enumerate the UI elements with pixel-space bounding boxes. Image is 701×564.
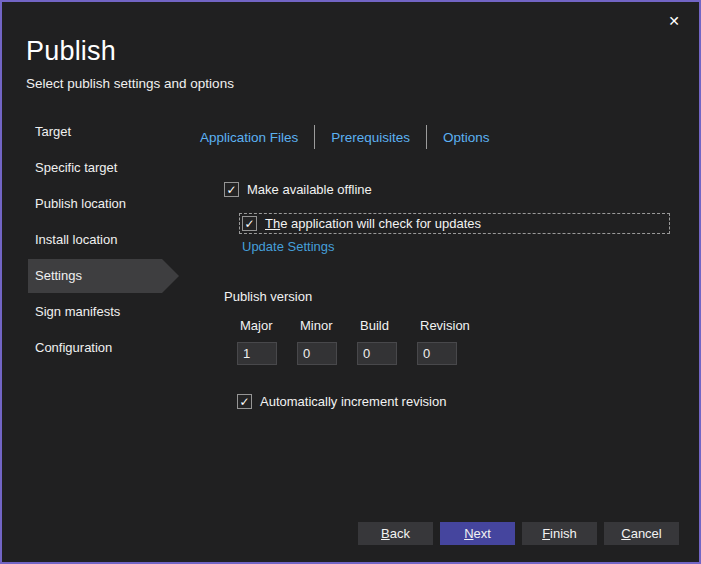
build-header: Build	[357, 318, 417, 333]
version-column-minor: Minor	[297, 318, 357, 365]
sidebar-item-sign-manifests[interactable]: Sign manifests	[2, 294, 192, 330]
make-available-offline-checkbox[interactable]: ✓	[224, 182, 239, 197]
back-button[interactable]: Back	[358, 522, 433, 545]
next-button[interactable]: Next	[440, 522, 515, 545]
minor-header: Minor	[297, 318, 357, 333]
check-for-updates-row[interactable]: ✓ The application will check for updates	[239, 213, 670, 234]
build-input[interactable]	[357, 342, 397, 365]
update-settings-link[interactable]: Update Settings	[242, 239, 335, 254]
auto-increment-row[interactable]: ✓ Automatically increment revision	[237, 394, 446, 409]
page-title: Publish	[26, 36, 116, 67]
make-available-offline-row[interactable]: ✓ Make available offline	[224, 182, 372, 197]
close-button[interactable]: ✕	[663, 10, 685, 32]
publish-version-label: Publish version	[224, 289, 312, 304]
sidebar-item-install-location[interactable]: Install location	[2, 222, 192, 258]
sidebar-item-configuration[interactable]: Configuration	[2, 330, 192, 366]
version-column-build: Build	[357, 318, 417, 365]
tab-application-files[interactable]: Application Files	[198, 130, 300, 145]
minor-input[interactable]	[297, 342, 337, 365]
sidebar-item-label: Target	[35, 124, 71, 139]
settings-tabs: Application Files Prerequisites Options	[198, 124, 681, 150]
sidebar-item-label: Publish location	[35, 196, 126, 211]
sidebar-item-settings[interactable]: Settings	[2, 259, 192, 293]
close-icon: ✕	[668, 13, 680, 29]
auto-increment-label: Automatically increment revision	[260, 394, 446, 409]
cancel-button[interactable]: Cancel	[604, 522, 679, 545]
wizard-footer: Back Next Finish Cancel	[358, 522, 679, 545]
major-input[interactable]	[237, 342, 277, 365]
sidebar-item-label: Specific target	[35, 160, 117, 175]
major-header: Major	[237, 318, 297, 333]
sidebar-item-publish-location[interactable]: Publish location	[2, 186, 192, 222]
page-subtitle: Select publish settings and options	[26, 76, 234, 91]
make-available-offline-label: Make available offline	[247, 182, 372, 197]
sidebar-item-specific-target[interactable]: Specific target	[2, 150, 192, 186]
check-for-updates-checkbox[interactable]: ✓	[242, 216, 257, 231]
wizard-sidebar: Target Specific target Publish location …	[2, 114, 192, 366]
tab-prerequisites[interactable]: Prerequisites	[329, 130, 412, 145]
publish-version-grid: Major Minor Build Revision	[237, 318, 477, 365]
tab-separator	[314, 125, 315, 149]
revision-input[interactable]	[417, 342, 457, 365]
version-column-major: Major	[237, 318, 297, 365]
auto-increment-checkbox[interactable]: ✓	[237, 394, 252, 409]
sidebar-item-label: Configuration	[35, 340, 112, 355]
version-column-revision: Revision	[417, 318, 477, 365]
sidebar-item-target[interactable]: Target	[2, 114, 192, 150]
check-icon: ✓	[226, 184, 236, 196]
sidebar-item-label: Install location	[35, 232, 117, 247]
check-icon: ✓	[244, 218, 254, 230]
finish-button[interactable]: Finish	[522, 522, 597, 545]
check-for-updates-label: The application will check for updates	[265, 216, 481, 231]
revision-header: Revision	[417, 318, 477, 333]
tab-separator	[426, 125, 427, 149]
sidebar-item-label: Sign manifests	[35, 304, 120, 319]
settings-panel: Application Files Prerequisites Options …	[198, 124, 681, 150]
publish-dialog: ✕ Publish Select publish settings and op…	[0, 0, 701, 564]
tab-options[interactable]: Options	[441, 130, 492, 145]
check-icon: ✓	[239, 396, 249, 408]
sidebar-item-label: Settings	[35, 268, 82, 283]
